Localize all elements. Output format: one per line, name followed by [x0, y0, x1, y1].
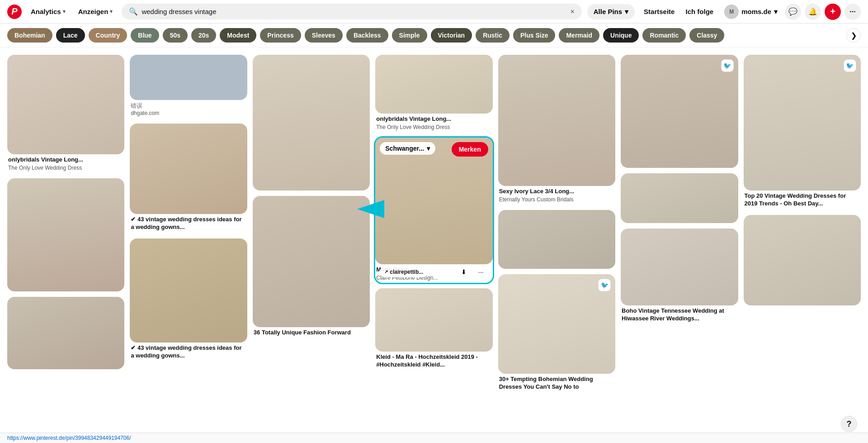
tab-bohemian[interactable]: Bohemian	[7, 28, 52, 43]
pin-info: Sexy Ivory Lace 3/4 Long... Eternally Yo…	[498, 186, 615, 205]
tab-princess[interactable]: Princess	[260, 28, 301, 43]
pin-subtitle: The Only Love Wedding Dress	[8, 165, 123, 171]
analytics-chevron-icon: ▾	[63, 9, 66, 14]
tab-classy[interactable]: Classy	[689, 28, 724, 43]
pin-card[interactable]	[7, 297, 124, 369]
pins-grid: onlybridals Vintage Long... The Only Lov…	[0, 48, 868, 400]
more-options-button[interactable]: ···	[844, 4, 861, 20]
more-pin-options-button[interactable]: ···	[474, 265, 488, 279]
pin-info: ✔ 43 vintage wedding dresses ideas for a…	[130, 214, 247, 233]
pin-badge: 🐦	[844, 59, 856, 72]
source-link[interactable]: ↗ clairepettib...	[380, 267, 428, 277]
tab-simple[interactable]: Simple	[392, 28, 427, 43]
all-pins-chevron-icon: ▾	[625, 8, 628, 16]
tab-unique[interactable]: Unique	[603, 28, 639, 43]
save-pin-button[interactable]: Merken	[452, 142, 488, 157]
tab-50s[interactable]: 50s	[163, 28, 188, 43]
pin-bottom-overlay: ↗ clairepettib... ⬇ ···	[375, 261, 492, 283]
pin-card[interactable]: 错误 dhgate.com	[130, 55, 247, 118]
pin-card[interactable]: onlybridals Vintage Long... The Only Lov…	[7, 55, 124, 173]
pin-subtitle: The Only Love Wedding Dress	[376, 124, 491, 130]
notifications-button[interactable]: 🔔	[805, 4, 821, 20]
pin-subtitle: Eternally Yours Custom Bridals	[499, 196, 614, 203]
pin-title: ✔ 43 vintage wedding dresses ideas for a…	[131, 216, 246, 231]
download-button[interactable]: ⬇	[457, 265, 471, 279]
pin-card[interactable]	[498, 210, 615, 269]
chat-button[interactable]: 💬	[785, 4, 801, 20]
pin-info: onlybridals Vintage Long... The Only Lov…	[375, 114, 492, 132]
tab-lace[interactable]: Lace	[56, 28, 85, 43]
startseite-link[interactable]: Startseite	[640, 5, 678, 18]
tab-rustic[interactable]: Rustic	[476, 28, 509, 43]
tab-plus-size[interactable]: Plus Size	[513, 28, 555, 43]
nav-anzeigen[interactable]: Anzeigen ▾	[75, 5, 117, 18]
board-selector-dropdown[interactable]: Schwanger... ▾	[380, 142, 435, 155]
header: P Analytics ▾ Anzeigen ▾ 🔍 × Alle Pins ▾…	[0, 0, 868, 24]
chat-icon: 💬	[788, 7, 797, 16]
pin-title: onlybridals Vintage Long...	[8, 156, 123, 164]
pin-badge: 🐦	[598, 279, 611, 291]
tab-romantic[interactable]: Romantic	[642, 28, 686, 43]
pin-card[interactable]: ✔ 43 vintage wedding dresses ideas for a…	[130, 124, 247, 233]
pin-info: Kleid - Ma Ra - Hochzeitskleid 2019 - #H…	[375, 352, 492, 371]
pin-error-text: 错误	[131, 102, 246, 110]
pin-card[interactable]	[253, 55, 370, 191]
pin-card[interactable]: 🐦 Top 20 Vintage Wedding Dresses for 201…	[744, 55, 861, 210]
more-icon: ···	[849, 8, 855, 16]
pin-card[interactable]: 🐦	[621, 55, 738, 168]
pin-title: 30+ Tempting Bohemian Wedding Dresses Yo…	[499, 376, 614, 391]
pin-card[interactable]: Sexy Ivory Lace 3/4 Long... Eternally Yo…	[498, 55, 615, 205]
header-right: Startseite Ich folge M moms.de ▾ 💬 🔔 + ·…	[640, 3, 861, 21]
pinterest-logo[interactable]: P	[7, 5, 22, 19]
tab-country[interactable]: Country	[89, 28, 127, 43]
pin-card[interactable]	[621, 173, 738, 223]
filter-tabs-bar: Bohemian Lace Country Blue 50s 20s Modes…	[0, 24, 868, 48]
pin-card[interactable]: Kleid - Ma Ra - Hochzeitskleid 2019 - #H…	[375, 288, 492, 371]
chevron-right-icon: ❯	[851, 31, 857, 40]
bird-badge-icon: 🐦	[723, 62, 731, 69]
tab-blue[interactable]: Blue	[131, 28, 159, 43]
pin-info: 36 Totally Unique Fashion Forward	[253, 327, 370, 338]
dropdown-chevron-icon: ▾	[427, 145, 430, 152]
pin-card[interactable]: onlybridals Vintage Long... The Only Lov…	[375, 55, 492, 132]
tabs-next-button[interactable]: ❯	[846, 28, 861, 43]
download-icon: ⬇	[461, 268, 467, 276]
search-icon: 🔍	[129, 7, 138, 16]
pin-card[interactable]	[744, 215, 861, 305]
search-bar: 🔍 ×	[122, 4, 581, 19]
search-input[interactable]	[142, 8, 566, 15]
search-clear-button[interactable]: ×	[570, 8, 574, 15]
pin-title: 36 Totally Unique Fashion Forward	[254, 329, 369, 337]
bird-badge-icon: 🐦	[846, 62, 854, 69]
pin-card[interactable]: Boho Vintage Tennessee Wedding at Hiwass…	[621, 229, 738, 324]
more-options-icon: ···	[478, 268, 484, 276]
pin-card[interactable]	[7, 178, 124, 291]
pin-card[interactable]: 🐦 30+ Tempting Bohemian Wedding Dresses …	[498, 274, 615, 393]
all-pins-dropdown[interactable]: Alle Pins ▾	[587, 4, 635, 19]
pin-title: Sexy Ivory Lace 3/4 Long...	[499, 188, 614, 195]
tab-sleeves[interactable]: Sleeves	[305, 28, 343, 43]
user-chevron-icon: ▾	[774, 8, 778, 16]
tab-mermaid[interactable]: Mermaid	[559, 28, 599, 43]
add-button[interactable]: +	[825, 4, 841, 20]
tab-victorian[interactable]: Victorian	[431, 28, 472, 43]
pin-info: ✔ 43 vintage wedding dresses ideas for a…	[130, 343, 247, 362]
pin-title: Boho Vintage Tennessee Wedding at Hiwass…	[622, 307, 737, 323]
tab-20s[interactable]: 20s	[191, 28, 216, 43]
user-profile[interactable]: M moms.de ▾	[721, 3, 781, 21]
pin-card-hovered[interactable]: Schwanger... ▾ Merken ↗ clairepettib... …	[375, 138, 492, 283]
ich-folge-link[interactable]: Ich folge	[682, 5, 717, 18]
pin-info: 错误 dhgate.com	[130, 100, 247, 118]
nav-analytics[interactable]: Analytics ▾	[27, 5, 69, 18]
pin-card[interactable]: ✔ 43 vintage wedding dresses ideas for a…	[130, 238, 247, 362]
avatar: M	[724, 5, 739, 19]
tab-backless[interactable]: Backless	[346, 28, 388, 43]
pin-hover-overlay: Schwanger... ▾ Merken	[375, 138, 492, 161]
pin-info: 30+ Tempting Bohemian Wedding Dresses Yo…	[498, 374, 615, 393]
pin-card[interactable]: 36 Totally Unique Fashion Forward	[253, 196, 370, 338]
tab-modest[interactable]: Modest	[220, 28, 256, 43]
external-link-icon: ↗	[384, 269, 388, 274]
pin-badge: 🐦	[721, 59, 734, 72]
plus-icon: +	[830, 6, 835, 17]
bird-badge-icon: 🐦	[601, 281, 609, 289]
